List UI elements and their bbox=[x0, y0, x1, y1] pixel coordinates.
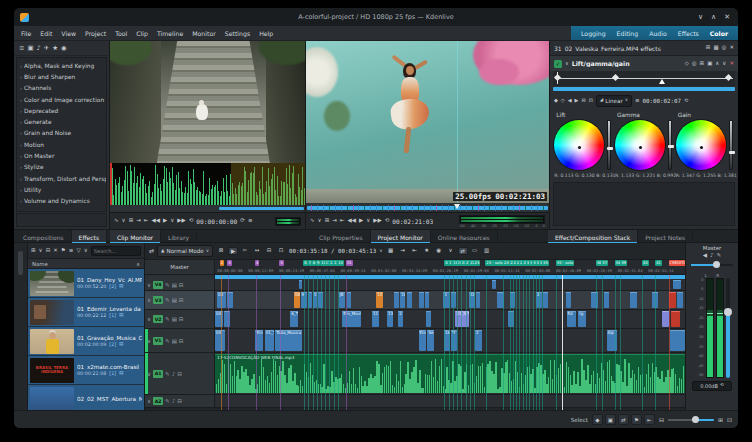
dropdown-icon[interactable]: ∨ bbox=[318, 218, 322, 224]
timeline-clip[interactable]: tg bbox=[578, 311, 586, 327]
project-monitor-timecode[interactable]: 00:02:21:03 bbox=[392, 218, 433, 225]
mix-clips-icon[interactable]: ⊠ bbox=[216, 247, 226, 255]
timeline-clip[interactable] bbox=[492, 280, 496, 289]
track-lane-a2[interactable] bbox=[215, 395, 685, 407]
filter-icon[interactable]: ▽ bbox=[76, 248, 80, 254]
timeline-clip[interactable] bbox=[662, 311, 669, 327]
timeline-clip[interactable]: Em_Movim bbox=[342, 311, 361, 327]
snap-icon[interactable]: ⇄ bbox=[618, 414, 629, 425]
menu-view[interactable]: View bbox=[61, 30, 76, 37]
next-keyframe-icon[interactable]: ▶ bbox=[575, 98, 579, 103]
track-header-v4[interactable]: ∨V4✎▤⊟ bbox=[145, 279, 215, 290]
view-mode-icon[interactable]: ⊞ bbox=[31, 248, 36, 254]
remove-all-icon[interactable]: ✕ bbox=[729, 45, 734, 51]
timeline-marker-14[interactable]: 14 bbox=[337, 260, 344, 266]
workspace-tab-effects[interactable]: Effects bbox=[678, 30, 699, 37]
effects-pen-icon[interactable]: ✎ bbox=[165, 316, 170, 322]
track-header-a2[interactable]: ∨A2✎♪⊟ bbox=[145, 395, 215, 407]
fullscreen-icon[interactable]: ⊞ bbox=[325, 218, 330, 224]
tab-online-resources[interactable]: Online Resources bbox=[431, 230, 498, 244]
name-column-header[interactable]: Name bbox=[32, 261, 48, 267]
keyframe-marker[interactable] bbox=[612, 74, 619, 81]
dropdown-icon[interactable]: ∨ bbox=[122, 218, 126, 224]
lock-icon[interactable]: ⊟ bbox=[179, 297, 184, 303]
minimize-icon[interactable]: ∨ bbox=[698, 14, 703, 21]
track-target-icon[interactable]: ⇄ bbox=[149, 248, 154, 254]
paste-effect-icon[interactable]: ▦ bbox=[713, 45, 718, 51]
collapse-tracks-icon[interactable]: ⊟ bbox=[264, 247, 274, 255]
timeline-clip[interactable]: 04 bbox=[215, 330, 225, 351]
tab-effects[interactable]: Effects bbox=[72, 230, 107, 244]
options-icon[interactable]: ≡ bbox=[635, 98, 640, 104]
sort-icon[interactable]: ∧ bbox=[136, 261, 140, 267]
favorite-effects-icon[interactable]: ★ bbox=[52, 45, 58, 52]
fit-zoom-icon[interactable]: ⊡ bbox=[727, 417, 732, 423]
timeline-clip[interactable] bbox=[508, 311, 514, 327]
chevron-down-icon[interactable]: ∨ bbox=[147, 398, 151, 404]
video-track-icon[interactable]: ▤ bbox=[172, 282, 177, 288]
effect-category[interactable]: ›Utility bbox=[17, 184, 106, 195]
timeline-clip[interactable] bbox=[630, 292, 636, 308]
timeline-clip[interactable] bbox=[497, 292, 504, 308]
markers-icon[interactable]: ⚑ bbox=[631, 414, 642, 425]
track-lane-v4[interactable] bbox=[215, 279, 685, 290]
project-monitor-video[interactable]: 25.00fps 00:02:21:03 bbox=[306, 41, 549, 203]
timeline-clip[interactable]: 03 bbox=[217, 292, 226, 308]
timeline-marker-5[interactable]: 5 bbox=[279, 260, 283, 266]
track-target-badge[interactable]: V2 bbox=[153, 315, 163, 323]
menu-timeline[interactable]: Timeline bbox=[157, 30, 183, 37]
timeline-clip[interactable]: 11 bbox=[372, 311, 379, 327]
timeline-clip[interactable]: 2 bbox=[536, 292, 542, 308]
clip-monitor-zone-bar[interactable] bbox=[219, 207, 304, 210]
track-target-badge[interactable]: V3 bbox=[153, 296, 163, 304]
wheel-slider[interactable] bbox=[729, 120, 733, 170]
video-track-icon[interactable]: ▤ bbox=[172, 297, 177, 303]
edit-mode-dropdown[interactable]: ▲ Normal Mode ∨ bbox=[157, 245, 213, 257]
effect-category[interactable]: ›Deprecated bbox=[17, 105, 106, 116]
preview-render-icon[interactable]: ▭ bbox=[470, 247, 480, 255]
timeline-clip[interactable]: 14 bbox=[376, 292, 383, 308]
timeline-marker-23[interactable]: 23 bbox=[474, 260, 481, 266]
duplicate-icon[interactable]: ⊞ bbox=[700, 61, 705, 67]
timeline-clip[interactable]: Se bbox=[427, 330, 434, 351]
timeline-clip[interactable]: 17-52CONVOCAÇÃO WEB FINAL.mp3 bbox=[215, 354, 685, 393]
timeline-clip[interactable] bbox=[394, 292, 400, 308]
forward-icon[interactable]: ▶▶ bbox=[373, 218, 381, 224]
timeline-clip[interactable]: Em bbox=[255, 330, 263, 351]
timeline-clip[interactable] bbox=[566, 292, 572, 308]
refresh-icon[interactable]: ⟳ bbox=[240, 218, 245, 224]
effect-category[interactable]: ›Alpha, Mask and Keying bbox=[17, 60, 106, 71]
color-wheel[interactable] bbox=[615, 120, 665, 170]
timeline-clip[interactable] bbox=[407, 292, 413, 308]
spacer-tool-icon[interactable]: ↔ bbox=[252, 247, 262, 255]
interpolation-dropdown[interactable]: ◢ Linear ∨ bbox=[596, 95, 632, 107]
loop-zone-icon[interactable]: ⟲ bbox=[385, 218, 390, 224]
effect-category[interactable]: ›Transform, Distort and Perspective bbox=[17, 173, 106, 184]
timeline-clip[interactable] bbox=[652, 292, 658, 308]
audio-track-icon[interactable]: ♪ bbox=[172, 398, 176, 404]
clip-monitor-timecode[interactable]: 00:00:00:00 bbox=[196, 218, 237, 225]
timeline-clip[interactable]: 6_T bbox=[290, 311, 298, 327]
timeline-ruler[interactable]: 00:00:00:0000:00:12:0900:00:24:1900:00:3… bbox=[215, 260, 685, 275]
dock-handle-strip[interactable] bbox=[14, 243, 28, 410]
timeline-clip[interactable] bbox=[347, 292, 351, 308]
effect-row-liftgammagain[interactable]: ✓ ∨ Lift/gamma/gain ◇◎⊞▣∧∨ ✕ bbox=[550, 56, 738, 71]
wheel-slider[interactable] bbox=[668, 120, 672, 170]
keyframes-icon[interactable]: ◇ bbox=[684, 61, 688, 67]
tab-library[interactable]: Library bbox=[161, 230, 197, 244]
timeline-clip[interactable]: 16 bbox=[444, 330, 450, 351]
timeline-clip[interactable]: 2 bbox=[398, 311, 403, 327]
keyframe-marker[interactable] bbox=[554, 74, 561, 81]
timeline-clip[interactable] bbox=[543, 292, 548, 308]
video-track-icon[interactable]: ▤ bbox=[172, 316, 177, 322]
titlebar[interactable]: A-colorful-project / HD 1080p 25 fps — K… bbox=[14, 8, 738, 26]
timeline-marker-4[interactable]: 4 bbox=[255, 260, 259, 266]
rewind-icon[interactable]: ◀◀ bbox=[151, 218, 159, 224]
effect-category[interactable]: ›Color and Image correction bbox=[17, 94, 106, 105]
lock-icon[interactable]: ⊟ bbox=[177, 398, 182, 404]
timeline-clip[interactable] bbox=[425, 292, 429, 308]
tab-effect-composition-stack[interactable]: Effect/Composition Stack bbox=[548, 230, 638, 244]
record-dropdown-icon[interactable]: ∨ bbox=[446, 247, 456, 255]
render-icon[interactable]: ✈ bbox=[44, 45, 49, 52]
split-view-icon[interactable]: ▥ bbox=[482, 247, 492, 255]
